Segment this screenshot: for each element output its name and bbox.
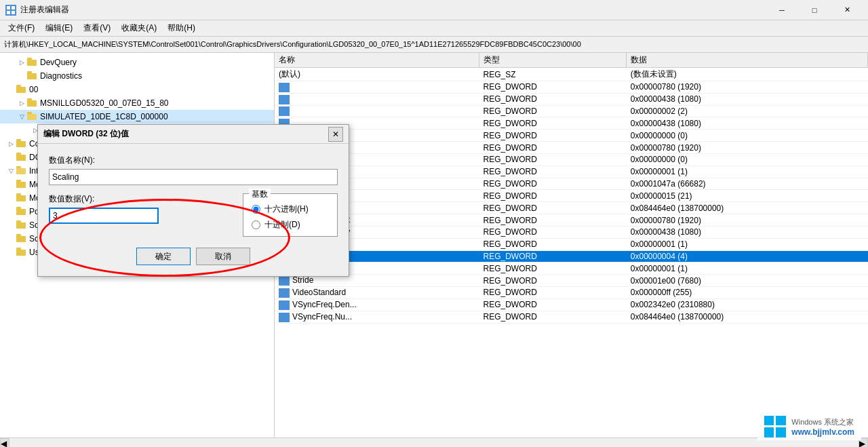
- menu-edit[interactable]: 编辑(E): [40, 21, 78, 35]
- data-row: 数值数据(V): 基数 十六进制(H) 十进制(D): [49, 193, 338, 237]
- menu-file[interactable]: 文件(F): [3, 21, 40, 35]
- radio-hex-input[interactable]: [252, 205, 260, 214]
- value-section: 数值数据(V):: [49, 193, 232, 237]
- minimize-button[interactable]: ─: [766, 0, 797, 20]
- svg-rect-0: [7, 6, 10, 9]
- radio-hex-option[interactable]: 十六进制(H): [252, 203, 329, 215]
- dialog-overlay: 编辑 DWORD (32 位)值 ✕ 数值名称(N): 数值数据(V): 基数: [0, 53, 868, 447]
- svg-rect-1: [12, 6, 15, 9]
- edit-dword-dialog: 编辑 DWORD (32 位)值 ✕ 数值名称(N): 数值数据(V): 基数: [37, 124, 349, 277]
- svg-rect-3: [12, 11, 15, 14]
- address-text: 计算机\HKEY_LOCAL_MACHINE\SYSTEM\ControlSet…: [4, 39, 581, 50]
- dialog-buttons: 确定 取消: [49, 248, 338, 265]
- title-bar-controls: ─ □ ✕: [766, 0, 863, 20]
- app-icon: [5, 5, 16, 16]
- dialog-title: 编辑 DWORD (32 位)值: [43, 128, 328, 140]
- value-input[interactable]: [49, 208, 159, 224]
- menu-bar: 文件(F) 编辑(E) 查看(V) 收藏夹(A) 帮助(H): [0, 20, 868, 37]
- base-fieldset: 基数 十六进制(H) 十进制(D): [243, 193, 338, 237]
- base-legend: 基数: [249, 189, 271, 200]
- dialog-close-button[interactable]: ✕: [328, 127, 343, 142]
- data-label: 数值数据(V):: [49, 193, 232, 205]
- cancel-button[interactable]: 取消: [196, 248, 250, 265]
- window-title: 注册表编辑器: [20, 4, 766, 16]
- maximize-button[interactable]: □: [799, 0, 830, 20]
- menu-view[interactable]: 查看(V): [78, 21, 116, 35]
- svg-rect-2: [7, 11, 10, 14]
- radio-dec-option[interactable]: 十进制(D): [252, 219, 329, 231]
- radio-hex-label: 十六进制(H): [264, 203, 309, 215]
- address-bar: 计算机\HKEY_LOCAL_MACHINE\SYSTEM\ControlSet…: [0, 37, 868, 53]
- menu-help[interactable]: 帮助(H): [162, 21, 201, 35]
- ok-button[interactable]: 确定: [136, 248, 191, 265]
- close-button[interactable]: ✕: [831, 0, 863, 20]
- main-content: ▷ DevQuery Diagnostics 00 ▷ MSNILLGD0532…: [0, 53, 868, 447]
- title-bar: 注册表编辑器 ─ □ ✕: [0, 0, 868, 20]
- name-label: 数值名称(N):: [49, 155, 338, 166]
- dialog-title-bar: 编辑 DWORD (32 位)值 ✕: [38, 125, 349, 144]
- menu-favorites[interactable]: 收藏夹(A): [116, 21, 162, 35]
- name-input[interactable]: [49, 169, 338, 185]
- dialog-body: 数值名称(N): 数值数据(V): 基数 十六进制(H): [38, 144, 349, 276]
- radio-dec-input[interactable]: [252, 220, 260, 229]
- radio-dec-label: 十进制(D): [264, 219, 300, 231]
